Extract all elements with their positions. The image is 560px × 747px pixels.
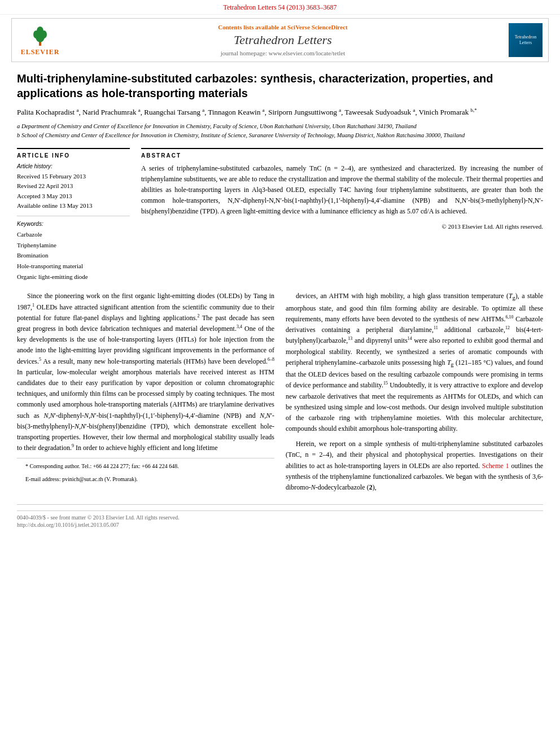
sciverse-link[interactable]: SciVerse ScienceDirect xyxy=(287,24,348,30)
article-info-col: ARTICLE INFO Article history: Received 1… xyxy=(17,148,130,282)
article-info: ARTICLE INFO Article history: Received 1… xyxy=(17,149,130,282)
abstract-text: A series of triphenylamine-substituted c… xyxy=(141,163,543,217)
elsevier-tree-icon xyxy=(29,24,51,47)
scheme-link[interactable]: Scheme 1 xyxy=(482,462,509,470)
keyword-1: Carbazole xyxy=(17,229,130,240)
article-info-abstract: ARTICLE INFO Article history: Received 1… xyxy=(17,148,543,282)
history-label: Article history: xyxy=(17,163,130,169)
body-para-2: devices, an AHTM with high mobility, a h… xyxy=(286,291,543,434)
main-content: Multi-triphenylamine-substituted carbazo… xyxy=(0,65,560,539)
journal-citation: Tetrahedron Letters 54 (2013) 3683–3687 xyxy=(0,0,560,15)
accepted-date: Accepted 3 May 2013 xyxy=(17,191,130,202)
corresponding-author: * Corresponding author. Tel.: +66 44 224… xyxy=(17,462,274,470)
tl-logo: Tetrahedron Letters xyxy=(509,23,542,57)
journal-header-center: Contents lists available at SciVerse Sci… xyxy=(63,24,503,56)
body-col-right: devices, an AHTM with high mobility, a h… xyxy=(286,291,543,497)
article-title: Multi-triphenylamine-substituted carbazo… xyxy=(17,71,543,101)
tl-logo-area: Tetrahedron Letters xyxy=(503,23,542,57)
affiliations: a Department of Chemistry and Center of … xyxy=(17,122,543,140)
journal-homepage: journal homepage: www.elsevier.com/locat… xyxy=(63,50,503,56)
affiliation-b: b School of Chemistry and Center of Exce… xyxy=(17,131,543,140)
body-para-3: Herein, we report on a simple synthesis … xyxy=(286,439,543,493)
copyright: © 2013 Elsevier Ltd. All rights reserved… xyxy=(141,222,543,232)
authors: Palita Kochapradist a, Narid Prachumrak … xyxy=(17,106,543,119)
keywords-label: Keywords: xyxy=(17,221,130,227)
body-text: Since the pioneering work on the first o… xyxy=(17,291,543,497)
abstract-col: ABSTRACT A series of triphenylamine-subs… xyxy=(141,148,543,282)
abstract-title: ABSTRACT xyxy=(141,152,543,159)
keyword-2: Triphenylamine xyxy=(17,240,130,251)
issn-copyright: 0040-4039/$ - see front matter © 2013 El… xyxy=(17,514,543,521)
body-col-left: Since the pioneering work on the first o… xyxy=(17,291,274,497)
footnotes: * Corresponding author. Tel.: +66 44 224… xyxy=(17,458,274,483)
article-history: Article history: Received 15 February 20… xyxy=(17,163,130,216)
elsevier-text: ELSEVIER xyxy=(21,48,60,56)
journal-header: ELSEVIER Contents lists available at Sci… xyxy=(11,18,549,62)
sciverse-info: Contents lists available at SciVerse Sci… xyxy=(63,24,503,30)
abstract: ABSTRACT A series of triphenylamine-subs… xyxy=(141,149,543,232)
author-list: Palita Kochapradist a, Narid Prachumrak … xyxy=(17,108,477,116)
keyword-5: Organic light-emitting diode xyxy=(17,272,130,282)
elsevier-logo: ELSEVIER xyxy=(21,24,60,56)
revised-date: Revised 22 April 2013 xyxy=(17,181,130,191)
doi: http://dx.doi.org/10.1016/j.tetlet.2013.… xyxy=(17,522,543,528)
elsevier-logo-area: ELSEVIER xyxy=(18,24,63,56)
affiliation-a: a Department of Chemistry and Center of … xyxy=(17,122,543,131)
article-info-title: ARTICLE INFO xyxy=(17,152,130,159)
email-address: E-mail address: pvinich@sut.ac.th (V. Pr… xyxy=(17,475,274,483)
bottom-bar: 0040-4039/$ - see front matter © 2013 El… xyxy=(17,504,543,528)
svg-point-4 xyxy=(37,27,43,36)
keyword-3: Bromination xyxy=(17,250,130,261)
keywords: Keywords: Carbazole Triphenylamine Bromi… xyxy=(17,221,130,282)
divider xyxy=(17,510,543,511)
body-para-1: Since the pioneering work on the first o… xyxy=(17,291,274,453)
received-date: Received 15 February 2013 xyxy=(17,172,130,182)
journal-title: Tetrahedron Letters xyxy=(63,33,503,47)
available-date: Available online 13 May 2013 xyxy=(17,201,130,211)
keyword-4: Hole-transporting material xyxy=(17,261,130,272)
